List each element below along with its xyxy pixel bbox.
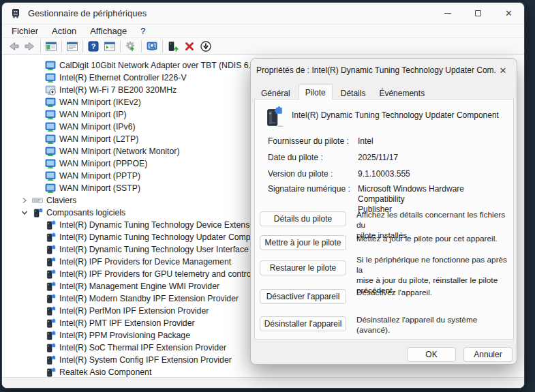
toolbar-separator [162,40,163,52]
maximize-button[interactable] [463,3,493,24]
update-driver-software-button[interactable] [123,39,139,54]
driver-tab-page: Intel(R) Dynamic Tuning Technology Updat… [254,99,514,340]
close-button[interactable]: ✕ [493,3,524,24]
properties-dialog: Propriétés de : Intel(R) Dynamic Tuning … [250,58,517,365]
field-label-version: Version du pilote : [268,169,333,179]
help-button[interactable] [85,39,102,54]
device-icon [264,105,285,128]
software-component-icon [45,355,56,365]
properties-button[interactable] [64,39,80,54]
tree-item-label: Intel(R) Ethernet Controller I226-V [59,73,187,82]
close-icon: ✕ [505,8,513,18]
update-driver-button[interactable] [165,39,181,54]
menu-help[interactable]: ? [134,25,152,38]
menu-action[interactable]: Action [45,25,83,38]
disable-device-description: Désactivez l'appareil. [356,288,512,298]
tab-general[interactable]: Général [254,86,297,100]
properties-window-icon [66,40,78,52]
update-driver-button-dialog[interactable]: Mettre à jour le pilote [260,235,346,250]
tree-item-label: Intel(R) PPM Provisioning Package [59,331,190,340]
uninstall-device-button[interactable] [181,39,198,54]
window-title: Gestionnaire de périphériques [28,8,147,18]
network-adapter-icon [45,72,56,83]
back-button[interactable] [5,39,22,54]
software-component-icon [45,342,56,353]
tree-item-label: WAN Miniport (Network Monitor) [59,147,180,156]
forward-arrow-icon [24,40,36,52]
tree-item-label: WAN Miniport (SSTP) [59,183,140,193]
tree-item-label: CalDigit 10Gbit Network Adapter over TBT… [59,61,260,70]
menu-bar: Fichier Action Affichage ? [2,25,524,38]
tree-item-label: Composants logiciels [46,208,125,217]
tree-item-label: Intel(R) Wi-Fi 7 BE200 320MHz [59,85,177,95]
tab-pilote[interactable]: Pilote [299,85,333,100]
close-icon: ✕ [500,65,507,76]
toolbar-separator [82,40,83,52]
uninstall-device-description: Désinstallez l'appareil du système (avan… [356,315,512,335]
driver-details-button[interactable]: Détails du pilote [260,211,346,226]
update-driver-description: Mettez à jour le pilote pour cet apparei… [356,234,512,244]
tree-item-label: Claviers [46,196,76,205]
ok-button[interactable]: OK [407,347,456,362]
dialog-tabs: Général Pilote Détails Événements [254,84,431,100]
maximize-icon [475,10,481,16]
network-adapter-icon [45,97,56,108]
tab-evenements[interactable]: Événements [372,86,431,100]
dialog-close-button[interactable]: ✕ [496,63,510,77]
uninstall-device-button-dialog[interactable]: Désinstaller l'appareil [260,316,346,331]
software-component-icon [45,269,56,280]
gear-update-icon [125,40,137,52]
update-driver-icon [167,40,179,52]
tree-item-label: Intel(R) Dynamic Tuning Technology Devic… [59,220,256,230]
dialog-header: Propriétés de : Intel(R) Dynamic Tuning … [251,59,517,82]
device-manager-window: Gestionnaire de périphériques ✕ Fichier … [1,2,525,389]
disable-device-button-dialog[interactable]: Désactiver l'appareil [260,289,346,304]
disable-device-button[interactable] [198,39,214,54]
status-bar [2,377,524,389]
forward-button[interactable] [22,39,38,54]
console-tree-icon [45,40,57,52]
software-component-icon [45,293,56,304]
tree-item-label: WAN Miniport (IPv6) [59,122,136,132]
software-component-icon [45,305,56,316]
action-pane-button[interactable] [102,39,118,54]
toolbar-separator [120,40,121,52]
field-label-fournisseur: Fournisseur du pilote : [268,136,349,146]
tree-item-label: Intel(R) System Config IPF Extension Pro… [59,355,232,365]
tree-item-label: WAN Miniport (L2TP) [59,134,138,144]
minimize-button[interactable] [432,3,463,24]
chevron-down-icon[interactable] [20,208,29,217]
tree-item-label: WAN Miniport (IKEv2) [59,97,141,107]
network-adapter-icon [45,109,56,120]
menu-fichier[interactable]: Fichier [5,25,45,38]
tree-item-label: WAN Miniport (PPTP) [59,171,140,181]
tree-item-label: Intel(R) PMT IPF Extension Provider [59,318,195,328]
software-component-icon [32,207,43,218]
cancel-button[interactable]: Annuler [463,347,513,362]
tree-item-label: Intel(R) IPF Providers for Device Manage… [59,257,231,267]
toolbar-separator [141,40,142,52]
toolbar [2,38,524,55]
software-component-icon [45,281,56,292]
help-icon [87,40,100,52]
tree-item-label: WAN Miniport (IP) [59,110,127,119]
desktop: Gestionnaire de périphériques ✕ Fichier … [0,0,535,392]
show-console-tree-button[interactable] [43,39,59,54]
rollback-driver-button[interactable]: Restaurer le pilote [260,260,346,275]
network-adapter-icon [45,146,56,157]
toolbar-separator [40,40,41,52]
keyboard-icon [32,195,43,206]
tree-item[interactable]: Realtek Asio Component [2,366,524,377]
scan-hardware-changes-button[interactable] [144,39,160,54]
network-adapter-icon [45,134,56,145]
menu-affichage[interactable]: Affichage [83,25,134,38]
software-component-icon [45,232,56,243]
tab-details[interactable]: Détails [334,86,373,100]
network-adapter-icon [45,121,56,132]
software-component-icon [45,220,56,230]
field-value-date: 2025/11/17 [358,153,510,163]
chevron-right-icon[interactable] [20,196,29,205]
scan-monitor-icon [146,40,158,52]
device-name: Intel(R) Dynamic Tuning Technology Updat… [292,110,503,120]
tree-item-label: Intel(R) SoC Thermal IPF Extension Provi… [59,343,226,352]
